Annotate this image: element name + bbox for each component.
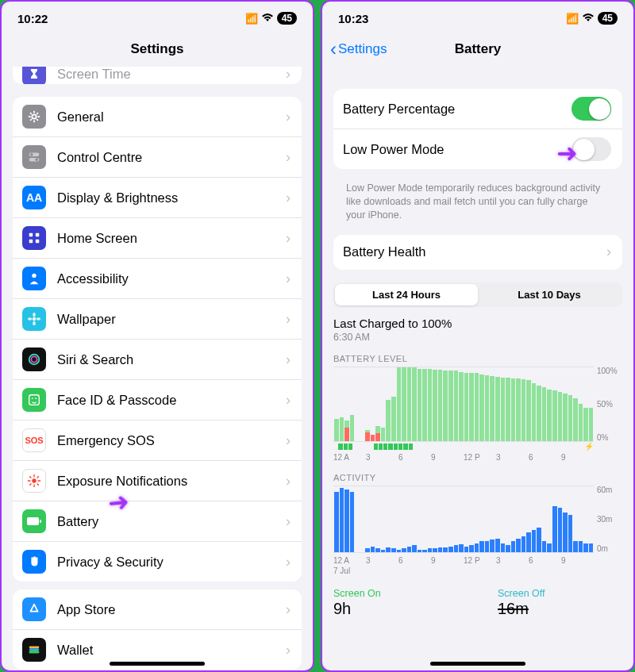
flower-icon [22, 307, 46, 331]
list-item-screen-time[interactable]: Screen Time › [13, 67, 302, 84]
home-indicator[interactable] [110, 662, 205, 666]
chevron-right-icon: › [286, 230, 291, 247]
svg-point-9 [32, 274, 36, 278]
chevron-right-icon: › [606, 244, 611, 260]
row-battery-health[interactable]: Battery Health › [333, 235, 622, 270]
y-axis: 100%50%0% [594, 367, 622, 442]
back-button[interactable]: ‹ Settings [330, 38, 387, 60]
x-axis: 12 A36912 P369 [333, 450, 622, 462]
svg-point-4 [35, 158, 38, 161]
battery-status-icon: 45 [598, 12, 618, 25]
svg-point-18 [32, 397, 33, 399]
list-item[interactable]: Exposure Notifications› [13, 460, 302, 501]
chevron-right-icon: › [286, 473, 291, 490]
activity-chart: 60m30m0m [333, 486, 622, 553]
battery-level-chart: 100%50%0% [333, 367, 622, 442]
svg-point-16 [31, 356, 37, 362]
chart-date: 7 Jul [333, 565, 622, 582]
row-label: Display & Brightness [57, 190, 286, 205]
AA-icon: AA [22, 186, 46, 209]
svg-point-19 [35, 397, 37, 399]
svg-rect-5 [29, 233, 33, 237]
low-power-mode-switch[interactable] [572, 137, 611, 161]
svg-line-25 [29, 476, 31, 478]
cellular-icon: 📶 [245, 13, 258, 25]
burst-icon [22, 469, 46, 493]
segment-last-24h[interactable]: Last 24 Hours [335, 284, 478, 305]
screen-on-value: 9h [333, 600, 458, 618]
row-label: Low Power Mode [343, 142, 572, 157]
svg-line-27 [37, 476, 39, 478]
hourglass-icon [22, 67, 46, 84]
list-item[interactable]: Privacy & Security› [13, 541, 302, 582]
grid-icon [22, 226, 46, 250]
battery-percentage-switch[interactable] [572, 97, 611, 121]
list-item[interactable]: Wallpaper› [13, 298, 302, 339]
chevron-right-icon: › [286, 311, 291, 328]
battery-toggle-group: Battery Percentage Low Power Mode [333, 89, 622, 169]
list-item[interactable]: Home Screen› [13, 217, 302, 258]
svg-point-14 [37, 317, 40, 321]
status-time: 10:22 [17, 12, 48, 25]
row-label: General [57, 109, 286, 125]
chevron-right-icon: › [286, 109, 291, 125]
svg-rect-33 [29, 651, 40, 654]
svg-rect-31 [29, 647, 40, 649]
settings-group-main: General›Control Centre›AADisplay & Brigh… [13, 97, 302, 582]
status-icons: 📶 45 [245, 12, 297, 25]
charging-strip: ⚡ [333, 444, 622, 450]
row-label: Face ID & Passcode [57, 393, 286, 408]
list-item[interactable]: Accessibility› [13, 258, 302, 298]
status-icons: 📶 45 [566, 12, 618, 25]
svg-point-10 [33, 317, 37, 321]
list-item[interactable]: Control Centre› [13, 136, 302, 177]
chevron-right-icon: › [286, 149, 291, 166]
last-charged-title: Last Charged to 100% [333, 317, 622, 330]
battery-content[interactable]: Battery Percentage Low Power Mode Low Po… [322, 67, 633, 670]
list-item[interactable]: Battery› [13, 501, 302, 541]
battery-icon [22, 509, 46, 533]
y-axis: 60m30m0m [594, 486, 622, 553]
row-low-power-mode[interactable]: Low Power Mode [333, 129, 622, 169]
list-item[interactable]: Siri & Search› [13, 339, 302, 379]
row-label: Exposure Notifications [57, 474, 286, 489]
chevron-right-icon: › [286, 67, 291, 83]
time-range-segmented[interactable]: Last 24 Hours Last 10 Days [333, 282, 622, 307]
list-item[interactable]: General› [13, 97, 302, 136]
settings-list[interactable]: Screen Time › General›Control Centre›AAD… [2, 67, 313, 670]
low-power-footer: Low Power Mode temporarily reduces backg… [333, 177, 622, 222]
appstore-icon [22, 597, 46, 621]
row-label: Privacy & Security [57, 555, 286, 570]
row-label: Battery Percentage [343, 102, 572, 117]
wallet-icon [22, 638, 46, 662]
screen-off-label: Screen Off [498, 588, 622, 599]
battery-health-group: Battery Health › [333, 235, 622, 270]
svg-line-26 [37, 484, 39, 486]
row-label: Accessibility [57, 271, 286, 286]
wifi-icon [582, 13, 595, 25]
siri-icon [22, 348, 46, 371]
back-label: Settings [338, 41, 387, 57]
row-label: Screen Time [57, 67, 286, 82]
face-icon [22, 388, 46, 412]
row-label: Battery [57, 514, 286, 529]
switches-icon [22, 145, 46, 169]
svg-point-11 [33, 313, 36, 317]
list-item[interactable]: SOSEmergency SOS› [13, 420, 302, 460]
chevron-right-icon: › [286, 351, 291, 368]
row-label: Control Centre [57, 150, 286, 165]
screen-on-label: Screen On [333, 588, 458, 599]
list-item[interactable]: App Store› [13, 589, 302, 629]
list-item[interactable]: Face ID & Passcode› [13, 379, 302, 420]
list-item[interactable]: AADisplay & Brightness› [13, 177, 302, 217]
svg-rect-8 [36, 240, 40, 244]
activity-label: ACTIVITY [333, 473, 622, 482]
status-bar: 10:22 📶 45 [2, 2, 313, 32]
battery-status-icon: 45 [277, 12, 297, 25]
row-label: App Store [57, 602, 286, 617]
segment-last-10d[interactable]: Last 10 Days [478, 284, 621, 305]
row-label: Wallet [57, 643, 286, 658]
battery-screen: 10:23 📶 45 ‹ Settings Battery Battery Pe… [321, 0, 635, 672]
row-battery-percentage[interactable]: Battery Percentage [333, 89, 622, 129]
home-indicator[interactable] [430, 662, 525, 666]
